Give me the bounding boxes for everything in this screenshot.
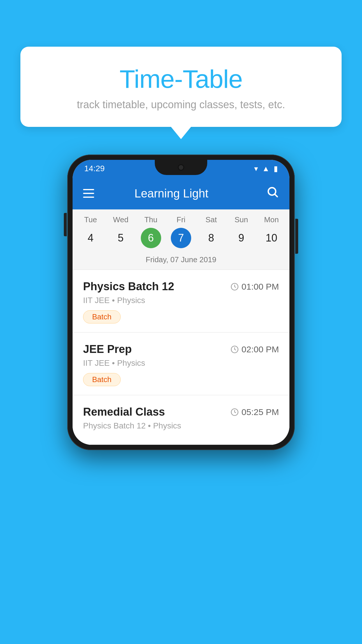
schedule-time: 01:00 PM	[231, 282, 279, 292]
schedule-item[interactable]: Remedial Class05:25 PMPhysics Batch 12 •…	[73, 395, 289, 445]
calendar-day[interactable]: Sat8	[196, 215, 226, 248]
schedule-subtitle: Physics Batch 12 • Physics	[83, 421, 279, 430]
schedule-item-header: Physics Batch 1201:00 PM	[83, 280, 279, 293]
notch-camera	[178, 164, 184, 171]
schedule-time: 05:25 PM	[231, 407, 279, 417]
day-number: 7	[171, 228, 191, 248]
schedule-subtitle: IIT JEE • Physics	[83, 296, 279, 305]
status-icons: ▾ ▲ ▮	[254, 164, 278, 173]
phone-outer: 14:29 ▾ ▲ ▮ Learning Light	[67, 155, 295, 450]
batch-badge: Batch	[83, 373, 121, 386]
selected-date-label: Friday, 07 June 2019	[75, 251, 287, 270]
day-name: Wed	[113, 215, 129, 224]
status-time: 14:29	[84, 164, 105, 173]
bubble-title: Time-Table	[35, 64, 327, 94]
battery-icon: ▮	[274, 164, 278, 173]
app-bar: Learning Light	[73, 177, 289, 209]
clock-icon	[231, 345, 239, 354]
day-number: 6	[141, 228, 161, 248]
schedule-title: Physics Batch 12	[83, 280, 174, 293]
batch-badge: Batch	[83, 310, 121, 323]
schedule-item-header: Remedial Class05:25 PM	[83, 406, 279, 418]
day-name: Sat	[205, 215, 217, 224]
schedule-list: Physics Batch 1201:00 PMIIT JEE • Physic…	[73, 270, 289, 445]
calendar-day[interactable]: Wed5	[106, 215, 135, 248]
phone-notch	[155, 160, 207, 175]
svg-line-1	[275, 195, 277, 197]
clock-icon	[231, 283, 239, 291]
schedule-item-header: JEE Prep02:00 PM	[83, 343, 279, 356]
day-number: 8	[201, 228, 221, 248]
calendar-strip: Tue4Wed5Thu6Fri7Sat8Sun9Mon10 Friday, 07…	[73, 209, 289, 270]
schedule-subtitle: IIT JEE • Physics	[83, 358, 279, 368]
bubble-subtitle: track timetable, upcoming classes, tests…	[35, 99, 327, 111]
calendar-day[interactable]: Fri7	[166, 215, 196, 248]
schedule-time: 02:00 PM	[231, 344, 279, 354]
day-name: Tue	[84, 215, 97, 224]
app-title: Learning Light	[103, 187, 240, 200]
speech-bubble: Time-Table track timetable, upcoming cla…	[20, 47, 342, 127]
phone-screen: 14:29 ▾ ▲ ▮ Learning Light	[73, 160, 289, 445]
schedule-time-text: 05:25 PM	[242, 407, 279, 417]
schedule-time-text: 02:00 PM	[242, 344, 279, 354]
schedule-title: Remedial Class	[83, 406, 165, 418]
days-row: Tue4Wed5Thu6Fri7Sat8Sun9Mon10	[75, 215, 287, 251]
search-icon[interactable]	[266, 186, 279, 201]
calendar-day[interactable]: Mon10	[257, 215, 286, 248]
day-name: Thu	[144, 215, 157, 224]
schedule-time-text: 01:00 PM	[242, 282, 279, 292]
calendar-day[interactable]: Tue4	[76, 215, 105, 248]
signal-icon: ▲	[262, 164, 270, 173]
calendar-day[interactable]: Thu6	[136, 215, 166, 248]
schedule-item[interactable]: Physics Batch 1201:00 PMIIT JEE • Physic…	[73, 270, 289, 332]
day-number: 10	[261, 228, 282, 248]
schedule-item[interactable]: JEE Prep02:00 PMIIT JEE • PhysicsBatch	[73, 332, 289, 395]
calendar-day[interactable]: Sun9	[227, 215, 256, 248]
day-number: 4	[80, 228, 101, 248]
wifi-icon: ▾	[254, 164, 258, 173]
schedule-title: JEE Prep	[83, 343, 132, 356]
day-number: 9	[231, 228, 252, 248]
clock-icon	[231, 408, 239, 416]
hamburger-menu-icon[interactable]	[83, 189, 94, 198]
day-name: Sun	[235, 215, 248, 224]
phone-wrapper: 14:29 ▾ ▲ ▮ Learning Light	[67, 155, 295, 450]
day-name: Mon	[264, 215, 279, 224]
day-name: Fri	[177, 215, 185, 224]
day-number: 5	[110, 228, 131, 248]
